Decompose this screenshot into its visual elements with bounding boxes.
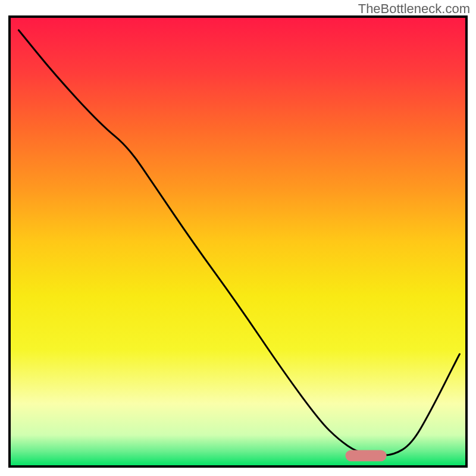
chart-container: TheBottleneck.com — [0, 0, 476, 476]
bottleneck-chart — [0, 0, 476, 476]
watermark-text: TheBottleneck.com — [358, 1, 470, 17]
plot-area — [10, 17, 466, 466]
gradient-background — [10, 17, 466, 466]
target-marker — [346, 450, 387, 461]
